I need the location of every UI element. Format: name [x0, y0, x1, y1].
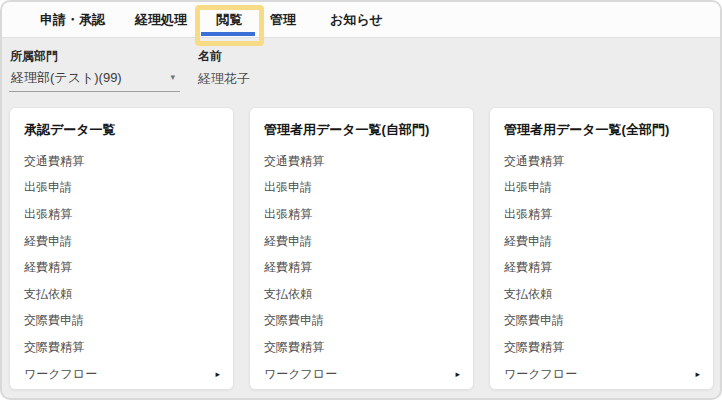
tab-kanri[interactable]: 管理	[270, 2, 296, 38]
list-item-label: 支払依頼	[264, 286, 312, 303]
tab-etsuran-active[interactable]: 閲覧	[195, 2, 264, 38]
list-item[interactable]: 交際費申請	[10, 308, 233, 335]
list-item[interactable]: 交際費精算	[490, 334, 713, 361]
department-select[interactable]: 経理部(テスト)(99) ▾	[9, 64, 180, 92]
list-item-label: 出張精算	[24, 206, 72, 223]
list-item[interactable]: 経費精算	[490, 254, 713, 281]
list-item[interactable]: 交際費精算	[250, 334, 473, 361]
list-item[interactable]: 経費精算	[10, 254, 233, 281]
list-item[interactable]: 経費精算	[250, 254, 473, 281]
list-item-label: 経費精算	[264, 259, 312, 276]
list-item[interactable]: ワークフロー▸	[250, 361, 473, 388]
list-item-label: 交際費精算	[504, 339, 564, 356]
list-item[interactable]: 経費申請	[490, 228, 713, 255]
list-item-label: 出張申請	[24, 179, 72, 196]
list-item-label: 交際費申請	[24, 312, 84, 329]
list-item[interactable]: 経費申請	[10, 228, 233, 255]
department-label: 所属部門	[10, 48, 58, 65]
list-item-label: 出張申請	[504, 179, 552, 196]
name-value: 経理花子	[198, 70, 250, 88]
name-label: 名前	[198, 48, 222, 65]
panel-title: 管理者用データ一覧(自部門)	[250, 108, 473, 148]
list-item[interactable]: ワークフロー▸	[10, 361, 233, 388]
list-item[interactable]: 交際費精算	[10, 334, 233, 361]
submenu-arrow-icon: ▸	[215, 370, 220, 379]
list-item[interactable]: 交際費申請	[250, 308, 473, 335]
tab-oshirase[interactable]: お知らせ	[330, 2, 383, 38]
list-item-label: 交際費精算	[264, 339, 324, 356]
list-item-label: 出張精算	[504, 206, 552, 223]
panel-menu-list: 交通費精算出張申請出張精算経費申請経費精算支払依頼交際費申請交際費精算ワークフロ…	[10, 148, 233, 387]
list-item-label: 出張精算	[264, 206, 312, 223]
submenu-arrow-icon: ▸	[455, 370, 460, 379]
panel-admin-data-all-depts: 管理者用データ一覧(全部門) 交通費精算出張申請出張精算経費申請経費精算支払依頼…	[489, 107, 714, 390]
list-item-label: 交際費申請	[264, 312, 324, 329]
panel-menu-list: 交通費精算出張申請出張精算経費申請経費精算支払依頼交際費申請交際費精算ワークフロ…	[250, 148, 473, 387]
list-item-label: 交際費精算	[24, 339, 84, 356]
list-item-label: 交通費精算	[504, 153, 564, 170]
list-item[interactable]: 出張申請	[490, 175, 713, 202]
app-window: 申請・承認 経理処理 閲覧 管理 お知らせ 所属部門 経理部(テスト)(99) …	[0, 0, 722, 400]
list-item[interactable]: 交通費精算	[490, 148, 713, 175]
panel-approval-data: 承認データ一覧 交通費精算出張申請出張精算経費申請経費精算支払依頼交際費申請交際…	[9, 107, 234, 390]
tab-keiri-shori[interactable]: 経理処理	[135, 2, 187, 38]
list-item[interactable]: 交通費精算	[250, 148, 473, 175]
list-item-label: 支払依頼	[504, 286, 552, 303]
list-item-label: 支払依頼	[24, 286, 72, 303]
list-item-label: 交通費精算	[264, 153, 324, 170]
list-item[interactable]: 支払依頼	[10, 281, 233, 308]
panel-title: 管理者用データ一覧(全部門)	[490, 108, 713, 148]
list-item[interactable]: 出張精算	[10, 201, 233, 228]
list-item[interactable]: 出張精算	[250, 201, 473, 228]
list-item-label: ワークフロー	[264, 366, 337, 383]
department-select-value: 経理部(テスト)(99)	[11, 69, 122, 87]
panel-title: 承認データ一覧	[10, 108, 233, 148]
chevron-down-icon: ▾	[170, 73, 175, 82]
top-nav: 申請・承認 経理処理 閲覧 管理 お知らせ	[2, 2, 720, 38]
list-item-label: 経費申請	[504, 233, 552, 250]
list-item[interactable]: 出張申請	[10, 175, 233, 202]
list-item-label: 経費申請	[24, 233, 72, 250]
list-item-label: 経費精算	[24, 259, 72, 276]
list-item-label: 交通費精算	[24, 153, 84, 170]
panel-menu-list: 交通費精算出張申請出張精算経費申請経費精算支払依頼交際費申請交際費精算ワークフロ…	[490, 148, 713, 387]
list-item[interactable]: 支払依頼	[490, 281, 713, 308]
list-item[interactable]: ワークフロー▸	[490, 361, 713, 388]
panel-admin-data-own-dept: 管理者用データ一覧(自部門) 交通費精算出張申請出張精算経費申請経費精算支払依頼…	[249, 107, 474, 390]
list-item-label: 経費申請	[264, 233, 312, 250]
list-item[interactable]: 交通費精算	[10, 148, 233, 175]
list-item-label: ワークフロー	[504, 366, 577, 383]
tab-shinsei-shounin[interactable]: 申請・承認	[40, 2, 105, 38]
list-item[interactable]: 交際費申請	[490, 308, 713, 335]
list-item-label: ワークフロー	[24, 366, 97, 383]
list-item[interactable]: 出張精算	[490, 201, 713, 228]
list-item[interactable]: 出張申請	[250, 175, 473, 202]
list-item[interactable]: 経費申請	[250, 228, 473, 255]
submenu-arrow-icon: ▸	[695, 370, 700, 379]
list-item-label: 経費精算	[504, 259, 552, 276]
list-item[interactable]: 支払依頼	[250, 281, 473, 308]
list-item-label: 出張申請	[264, 179, 312, 196]
list-item-label: 交際費申請	[504, 312, 564, 329]
